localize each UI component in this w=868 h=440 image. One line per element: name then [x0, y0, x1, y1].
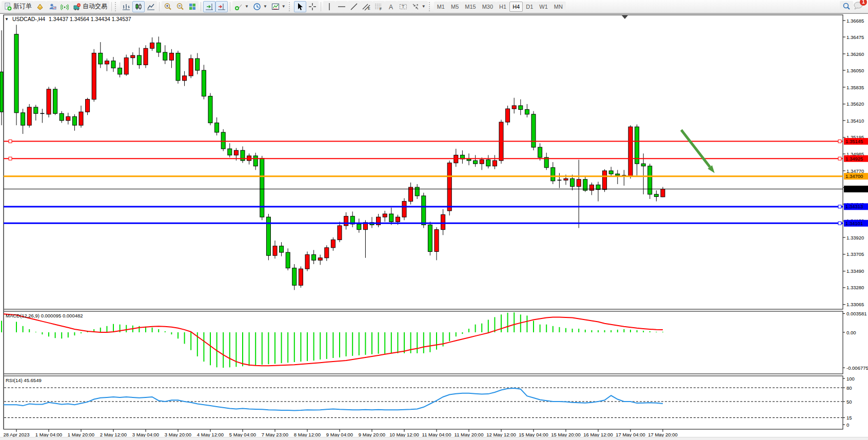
arrows-icon [411, 3, 420, 11]
period-h1[interactable]: H1 [496, 2, 509, 12]
bar-chart-button[interactable] [120, 1, 132, 12]
svg-text:1.35145: 1.35145 [845, 138, 863, 144]
profile-icon [48, 3, 56, 11]
toolbar-separator [111, 2, 112, 11]
zoom-in-icon [164, 3, 172, 11]
indicator-axes: 0.0035810.00-0.0067751008050150 [843, 311, 868, 428]
period-m1[interactable]: M1 [434, 2, 448, 12]
chart-shift-button[interactable] [215, 1, 228, 12]
deposit-button[interactable] [34, 1, 46, 12]
svg-text:0: 0 [846, 422, 849, 428]
svg-text:T: T [402, 4, 405, 9]
zoom-out-icon [176, 3, 184, 11]
svg-text:A: A [389, 3, 393, 10]
svg-text:-0.006775: -0.006775 [846, 365, 868, 371]
clock-icon [253, 3, 261, 11]
signal-button[interactable] [58, 1, 71, 12]
svg-text:80: 80 [846, 385, 852, 391]
svg-text:1.33490: 1.33490 [846, 268, 864, 274]
bar-chart-icon [122, 3, 130, 11]
indicators-icon [234, 3, 243, 11]
text-label-button[interactable]: T [397, 1, 409, 12]
horizontal-line-icon [338, 3, 346, 11]
horizontal-line-button[interactable] [336, 1, 348, 12]
period-m5[interactable]: M5 [448, 2, 462, 12]
trendline-icon [350, 3, 358, 11]
price-chart[interactable]: 1.366851.364751.362601.360501.358351.356… [0, 14, 868, 440]
toolbar-separator [201, 2, 201, 11]
period-m30[interactable]: M30 [479, 2, 496, 12]
toolbar-grip [289, 2, 292, 11]
rsi-label: RSI(14) 45.6549 [6, 377, 42, 383]
cursor-icon [296, 3, 304, 11]
autotrading-button[interactable]: 自动交易 [71, 1, 109, 12]
toolbar-separator [230, 2, 230, 11]
signal-icon [61, 3, 69, 11]
notifications[interactable]: 1 [853, 1, 863, 12]
profile-button[interactable] [46, 1, 58, 12]
svg-text:1.35620: 1.35620 [846, 101, 864, 107]
crosshair-button[interactable] [306, 1, 319, 12]
vertical-line-button[interactable] [323, 1, 336, 12]
gold-icon [36, 3, 44, 11]
period-d1[interactable]: D1 [523, 2, 536, 12]
period-mn[interactable]: MN [551, 2, 566, 12]
svg-text:1.35835: 1.35835 [846, 85, 864, 90]
text-button[interactable]: A [385, 1, 397, 12]
toolbar-separator [159, 2, 160, 11]
periods-button[interactable]: ▼ [251, 1, 269, 12]
toolbar: 新订单 自动交易 ▼ ▼ [0, 0, 868, 13]
cursor-button[interactable] [294, 1, 306, 12]
svg-text:1.34313: 1.34313 [845, 204, 863, 209]
period-m15[interactable]: M15 [462, 2, 479, 12]
text-label-icon: T [399, 3, 407, 11]
svg-text:1.33280: 1.33280 [846, 285, 864, 290]
one-click-trading-toggle[interactable]: ▼ [5, 17, 9, 22]
templates-button[interactable]: ▼ [269, 1, 288, 12]
partial-candle [0, 30, 3, 125]
text-icon: A [387, 3, 395, 11]
svg-text:0.003581: 0.003581 [846, 311, 867, 316]
toolbar-separator [321, 2, 321, 11]
auto-scroll-button[interactable] [203, 1, 215, 12]
chart-symbol-period: USDCAD-,H4 [12, 16, 45, 22]
period-h4[interactable]: H4 [509, 2, 523, 12]
dropdown-caret: ▼ [263, 4, 267, 9]
svg-text:1.34101: 1.34101 [845, 221, 863, 226]
svg-text:1.36050: 1.36050 [846, 68, 864, 73]
svg-text:1.35410: 1.35410 [846, 118, 864, 124]
svg-text:1.33065: 1.33065 [846, 302, 864, 307]
auto-scroll-icon [205, 3, 213, 11]
trendline-button[interactable] [348, 1, 360, 12]
svg-text:1.34770: 1.34770 [846, 168, 864, 174]
arrows-button[interactable]: ▼ [409, 1, 428, 12]
price-axis: 1.366851.364751.362601.360501.358351.356… [843, 18, 868, 308]
search-button[interactable] [840, 1, 853, 12]
new-order-button[interactable]: 新订单 [2, 1, 34, 12]
svg-text:50: 50 [846, 399, 852, 405]
toolbar-grip [429, 2, 432, 11]
chart-window[interactable]: ▼ USDCAD-,H4 1.34437 1.34564 1.34434 1.3… [0, 13, 868, 440]
candlestick-chart-button[interactable] [132, 1, 145, 12]
channel-icon: E [362, 3, 370, 11]
svg-text:1.33705: 1.33705 [846, 251, 864, 257]
line-chart-button[interactable] [145, 1, 157, 12]
equidistant-channel-button[interactable]: E [360, 1, 372, 12]
template-icon [271, 3, 280, 11]
toolbar-grip [115, 2, 118, 11]
fibonacci-button[interactable]: F [372, 1, 385, 12]
svg-text:0.00: 0.00 [846, 330, 856, 335]
new-order-label: 新订单 [13, 2, 32, 11]
zoom-out-button[interactable] [174, 1, 186, 12]
chart-ohlc-values: 1.34437 1.34564 1.34434 1.34537 [49, 16, 131, 22]
svg-text:100: 100 [846, 376, 855, 382]
macd-label: MACD(12,26,9) 0.000095 0.000482 [6, 313, 83, 318]
tile-windows-button[interactable] [186, 1, 199, 12]
autotrading-label: 自动交易 [83, 2, 107, 11]
dropdown-caret: ▼ [422, 4, 426, 9]
period-w1[interactable]: W1 [536, 2, 551, 12]
svg-text:1.36685: 1.36685 [846, 18, 864, 24]
zoom-in-button[interactable] [162, 1, 174, 12]
indicators-button[interactable]: ▼ [232, 1, 251, 12]
svg-text:1.34700: 1.34700 [845, 173, 863, 179]
